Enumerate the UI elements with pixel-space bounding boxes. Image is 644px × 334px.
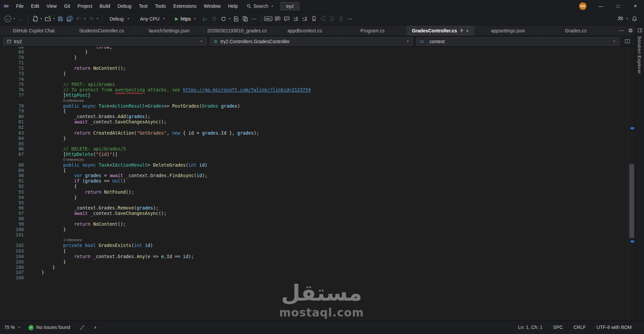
code-row[interactable]: 103 { (0, 248, 635, 254)
code-row[interactable]: 79 { (0, 109, 635, 114)
chevron-down-icon[interactable]: ▾ (228, 17, 232, 20)
member-dropdown[interactable]: _context ▾ (416, 37, 619, 45)
menu-item-extensions[interactable]: Extensions (170, 0, 200, 12)
account-avatar[interactable]: OA (579, 2, 587, 10)
save-icon[interactable] (56, 14, 65, 23)
next-bookmark-icon[interactable] (328, 14, 337, 23)
code-row[interactable]: 91 if (grades == null) (0, 178, 635, 184)
code-row[interactable]: 69 } (0, 50, 635, 55)
menu-item-project[interactable]: Project (74, 0, 96, 12)
code-row[interactable]: 82 (0, 125, 635, 130)
chevron-down-icon[interactable]: ▾ (83, 17, 87, 20)
code-row[interactable]: 107} (0, 270, 635, 275)
previous-bookmark-icon[interactable] (318, 14, 328, 23)
clear-bookmarks-icon[interactable] (336, 14, 345, 23)
find-in-files-icon[interactable] (231, 14, 240, 23)
code-row[interactable]: 70 } (0, 55, 635, 60)
code-row[interactable]: 97 await _context.SaveChangesAsync(); (0, 211, 635, 216)
redo-icon[interactable]: ↷ (87, 14, 96, 23)
code-row[interactable]: 93 return NotFound(); (0, 189, 635, 195)
code-row[interactable]: 94 } (0, 195, 635, 200)
code-row[interactable]: 95 (0, 200, 635, 205)
chevron-down-icon[interactable]: ▾ (96, 17, 99, 20)
new-file-icon[interactable] (30, 14, 40, 23)
code-row[interactable]: 108 (0, 275, 635, 281)
close-button[interactable]: × (627, 0, 644, 12)
tab-GradesController.cs[interactable]: GradesController.cs× (407, 25, 474, 35)
code-row[interactable]: 72 return NoContent(); (0, 66, 635, 71)
codelens-row[interactable]: 1 reference (0, 238, 635, 243)
menu-item-tools[interactable]: Tools (151, 0, 170, 12)
codelens-references[interactable]: 0 references (63, 157, 84, 163)
increase-indent-icon[interactable] (300, 14, 309, 23)
code-row[interactable]: 100 } (0, 227, 635, 232)
code-row[interactable]: 106 } (0, 265, 635, 270)
menu-item-edit[interactable]: Edit (27, 0, 43, 12)
code-row[interactable]: 98 (0, 216, 635, 222)
chevron-down-icon[interactable]: ▾ (625, 17, 629, 20)
chevron-down-icon[interactable]: ▾ (52, 17, 56, 20)
code-row[interactable]: 96 _context.Grades.Remove(grades); (0, 205, 635, 211)
start-without-debugging-icon[interactable]: ▷ (201, 14, 210, 23)
issues-indicator[interactable]: ✓ No issues found (28, 325, 70, 330)
toolbar-overflow-icon[interactable]: ⋯ (250, 14, 259, 23)
code-row[interactable]: 102 private bool GradesExists(int id) (0, 243, 635, 249)
tab-GitHub Copilot Chat[interactable]: GitHub Copilot Chat (0, 25, 68, 35)
pin-icon[interactable] (460, 29, 464, 33)
titlebar-search[interactable]: Search ▾ (247, 3, 274, 8)
menu-item-build[interactable]: Build (96, 0, 114, 12)
spell-checker-icon[interactable]: ABC ✓ (264, 14, 273, 23)
notifications-bell-icon[interactable] (630, 14, 639, 23)
navigate-forward-icon[interactable]: → (16, 14, 25, 23)
vertical-scrollbar[interactable] (627, 47, 635, 321)
menu-item-window[interactable]: Window (200, 0, 225, 12)
code-row[interactable]: 71 (0, 60, 635, 66)
scrollbar-thumb[interactable] (629, 164, 634, 238)
file-compare-icon[interactable] (240, 14, 250, 23)
open-file-icon[interactable] (43, 14, 52, 23)
close-tab-icon[interactable]: × (466, 28, 469, 33)
tab-StudentsController.cs[interactable]: StudentsController.cs (68, 25, 136, 35)
navigate-back-icon[interactable]: ← (4, 16, 11, 22)
chevron-up-icon[interactable]: ∧ (94, 325, 97, 329)
codelens-references[interactable]: 0 references (63, 98, 84, 104)
code-row[interactable]: 105 } (0, 259, 635, 265)
code-row[interactable]: 104 return _context.Grades.Any(e => e.Id… (0, 254, 635, 259)
menu-item-git[interactable]: Git (60, 0, 74, 12)
undo-icon[interactable]: ↶ (74, 14, 83, 23)
code-row[interactable]: 83 return CreatedAtAction("GetGrades", n… (0, 130, 635, 136)
tab-appdbcontect.cs[interactable]: appdbcontect.cs (271, 25, 339, 35)
attach-to-process-icon[interactable] (210, 14, 219, 23)
code-row[interactable]: 101 (0, 232, 635, 238)
minimize-button[interactable]: — (592, 0, 610, 12)
split-window-icon[interactable] (623, 37, 632, 46)
tab-20260301193010_grades.cs[interactable]: 20260301193010_grades.cs (203, 25, 271, 35)
save-all-icon[interactable] (65, 14, 74, 23)
zoom-dropdown[interactable]: 75 % ▾ (4, 325, 21, 330)
hot-reload-icon[interactable] (219, 14, 228, 23)
codelens-row[interactable]: 0 references (0, 98, 635, 104)
codelens-references[interactable]: 1 reference (63, 238, 82, 243)
menu-item-file[interactable]: File (12, 0, 27, 12)
code-row[interactable]: 78 public async Task<ActionResult<Grades… (0, 104, 635, 109)
menu-item-debug[interactable]: Debug (114, 0, 135, 12)
chevron-down-icon[interactable]: ▾ (40, 17, 43, 20)
start-debugging-button[interactable]: ▶ https ▾ (172, 15, 200, 22)
code-row[interactable]: 89 { (0, 168, 635, 173)
tab-Program.cs[interactable]: Program.cs (339, 25, 407, 35)
maximize-button[interactable]: □ (610, 0, 627, 12)
code-row[interactable]: 76 // To protect from overposting attack… (0, 87, 635, 93)
code-row[interactable]: 99 return NoContent(); (0, 222, 635, 227)
code-row[interactable]: 81 await _context.SaveChangesAsync(); (0, 119, 635, 125)
code-cleanup-broom-icon[interactable] (77, 323, 86, 332)
code-row[interactable]: 68 throw; (0, 47, 635, 50)
code-row[interactable]: 87 [HttpDelete("{id}")] (0, 152, 635, 157)
menu-item-help[interactable]: Help (224, 0, 241, 12)
code-editor[interactable]: 68 throw;69 }70 }7172 return NoContent()… (0, 47, 635, 321)
code-row[interactable]: 80 _context.Grades.Add(grades); (0, 114, 635, 119)
menu-item-test[interactable]: Test (135, 0, 151, 12)
tab-Grades.cs[interactable]: Grades.cs (542, 25, 610, 35)
code-row[interactable]: 92 { (0, 184, 635, 189)
decrease-indent-icon[interactable] (291, 14, 301, 23)
code-row[interactable]: 74 (0, 77, 635, 82)
